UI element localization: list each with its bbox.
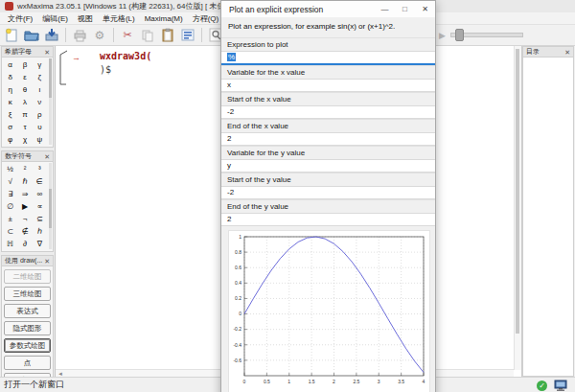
greek-letter[interactable]: ζ <box>33 71 47 83</box>
scrollbar-thumb[interactable] <box>49 189 52 228</box>
close-icon[interactable]: ✕ <box>564 49 570 56</box>
greek-letter[interactable]: φ <box>3 133 17 146</box>
greek-letter[interactable]: χ <box>17 133 32 146</box>
input-cell[interactable]: → wxdraw3d( )$ <box>58 50 151 88</box>
animation-slider[interactable] <box>450 33 523 37</box>
menu-item[interactable]: 文件(F) <box>3 13 37 24</box>
draw-button[interactable]: 参数式绘图 <box>4 338 51 353</box>
greek-letter[interactable]: σ <box>3 121 17 133</box>
menu-item[interactable]: 编辑(E) <box>37 13 73 24</box>
math-symbol[interactable]: ¬ <box>17 213 32 225</box>
math-symbol[interactable]: ² <box>17 163 32 175</box>
close-icon[interactable]: ✕ <box>44 258 50 265</box>
greek-letter[interactable]: η <box>3 83 17 96</box>
cut-scissors-icon[interactable]: ✂ <box>119 27 136 44</box>
wxmaxima-app-icon <box>5 2 13 11</box>
field-input[interactable]: x <box>221 79 435 92</box>
maximize-icon[interactable]: □ <box>395 1 415 17</box>
toolbar-separator <box>113 28 114 42</box>
greek-letter[interactable]: θ <box>17 83 32 96</box>
cell-code[interactable]: wxdraw3d( )$ <box>100 50 151 77</box>
preferences-gear-icon[interactable]: ⚙ <box>91 27 108 44</box>
text-cell-style-icon[interactable] <box>179 27 196 44</box>
panel-scrollbar[interactable] <box>49 163 52 249</box>
status-message: 打开一个新窗口 <box>4 379 64 391</box>
animation-slider-handle[interactable] <box>455 29 464 41</box>
svg-text:4: 4 <box>423 379 426 384</box>
greek-letter[interactable]: λ <box>17 96 32 108</box>
menu-item[interactable]: 单元格(L) <box>98 13 140 24</box>
greek-letters-grid: αβγδεζηθικλνξπρστυφχψ <box>2 58 53 147</box>
math-symbol[interactable]: ∃ <box>3 188 17 200</box>
network-computer-icon <box>554 380 567 391</box>
svg-text:1: 1 <box>239 234 242 240</box>
paste-clipboard-icon[interactable] <box>159 27 176 44</box>
math-symbol[interactable]: ℏ <box>17 175 32 188</box>
save-icon[interactable] <box>43 27 60 44</box>
math-symbol[interactable]: ½ <box>3 163 17 175</box>
math-symbol[interactable]: ∞ <box>33 188 47 200</box>
greek-letter[interactable]: δ <box>3 71 17 83</box>
math-symbol[interactable]: ± <box>3 213 17 225</box>
svg-text:-0.6: -0.6 <box>233 357 242 363</box>
field-input[interactable]: % <box>221 51 435 65</box>
math-symbol[interactable]: ∅ <box>3 200 17 213</box>
math-symbol[interactable]: ∇ <box>33 238 47 250</box>
greek-letter[interactable]: α <box>3 58 17 71</box>
menu-item[interactable]: 视图 <box>73 13 98 24</box>
math-symbol[interactable]: ▶ <box>17 200 32 213</box>
greek-letter[interactable]: ψ <box>33 133 47 146</box>
field-input[interactable]: -2 <box>221 105 435 119</box>
dialog-titlebar[interactable]: Plot an explicit expression — □ ✕ <box>221 1 435 17</box>
greek-letter[interactable]: τ <box>17 121 32 133</box>
math-symbol[interactable]: ³ <box>33 163 47 175</box>
math-symbol[interactable]: ℎ <box>33 225 47 238</box>
greek-letter[interactable]: υ <box>33 121 47 133</box>
toc-panel: 目录 ✕ <box>522 46 575 378</box>
menu-item[interactable]: 方程(Q) <box>188 13 224 24</box>
new-document-icon[interactable] <box>3 27 20 44</box>
open-folder-icon[interactable] <box>23 27 40 44</box>
copy-icon[interactable] <box>139 27 156 44</box>
scrollbar-thumb[interactable] <box>516 49 519 334</box>
toc-body[interactable] <box>522 58 574 377</box>
greek-letter[interactable]: κ <box>3 96 17 108</box>
greek-letter[interactable]: β <box>17 58 32 71</box>
greek-letter[interactable]: ι <box>33 83 47 96</box>
draw-button[interactable]: 表达式 <box>4 304 51 318</box>
draw-button[interactable]: 点 <box>4 356 51 370</box>
field-input[interactable]: 2 <box>221 213 435 226</box>
close-icon[interactable]: ✕ <box>415 1 435 17</box>
greek-letter[interactable]: ξ <box>3 108 17 121</box>
math-symbol[interactable]: ∂ <box>17 238 32 250</box>
minimize-icon[interactable]: — <box>375 1 395 17</box>
menu-item[interactable]: Maxima(M) <box>140 14 188 23</box>
math-symbol[interactable]: ∈ <box>33 175 47 188</box>
greek-letter[interactable]: π <box>17 108 32 121</box>
math-symbol[interactable]: ⇒ <box>17 188 32 200</box>
draw-button[interactable]: 隐式图形 <box>4 321 51 335</box>
math-symbol[interactable]: ⊆ <box>33 213 47 225</box>
math-symbol[interactable]: ∉ <box>17 225 32 238</box>
field-input[interactable]: 2 <box>221 132 435 146</box>
vertical-scrollbar[interactable] <box>514 46 521 370</box>
scrollbar-thumb[interactable] <box>49 58 52 98</box>
print-icon[interactable] <box>71 27 88 44</box>
greek-letter[interactable]: ρ <box>33 108 47 121</box>
draw-button[interactable]: 三维绘图 <box>4 287 51 301</box>
greek-letter[interactable]: ν <box>33 96 47 108</box>
greek-letter[interactable]: γ <box>33 58 47 71</box>
svg-text:0.5: 0.5 <box>264 379 270 384</box>
panel-scrollbar[interactable] <box>49 58 52 145</box>
close-icon[interactable]: ✕ <box>44 49 50 56</box>
math-symbol[interactable]: ⊂ <box>3 225 17 238</box>
play-animation-icon[interactable]: ▶ <box>439 31 446 40</box>
field-input[interactable]: -2 <box>221 186 435 199</box>
greek-letter[interactable]: ε <box>17 71 32 83</box>
cell-bracket[interactable] <box>58 50 68 88</box>
field-input[interactable]: y <box>221 159 435 173</box>
math-symbol[interactable]: √ <box>3 175 17 188</box>
close-icon[interactable]: ✕ <box>44 153 50 160</box>
math-symbol[interactable]: ∝ <box>33 200 47 213</box>
math-symbol[interactable]: ℍ <box>3 238 17 250</box>
